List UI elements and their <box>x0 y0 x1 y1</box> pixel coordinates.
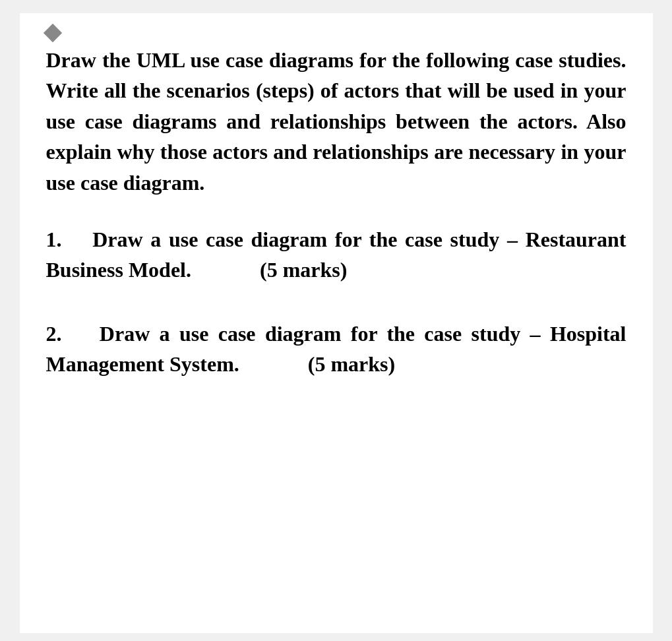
page-container: Draw the UML use case diagrams for the f… <box>20 13 653 633</box>
question-1-block: 1. Draw a use case diagram for the case … <box>46 224 626 286</box>
question-2-block: 2. Draw a use case diagram for the case … <box>46 319 626 380</box>
question-2-text: 2. Draw a use case diagram for the case … <box>46 319 626 380</box>
intro-paragraph: Draw the UML use case diagrams for the f… <box>46 40 626 198</box>
question-2-marks: (5 marks) <box>308 352 395 376</box>
question-2-number: 2. <box>46 322 62 346</box>
question-1-number: 1. <box>46 228 62 251</box>
question-1-text: 1. Draw a use case diagram for the case … <box>46 224 626 286</box>
question-1-marks: (5 marks) <box>260 258 347 282</box>
